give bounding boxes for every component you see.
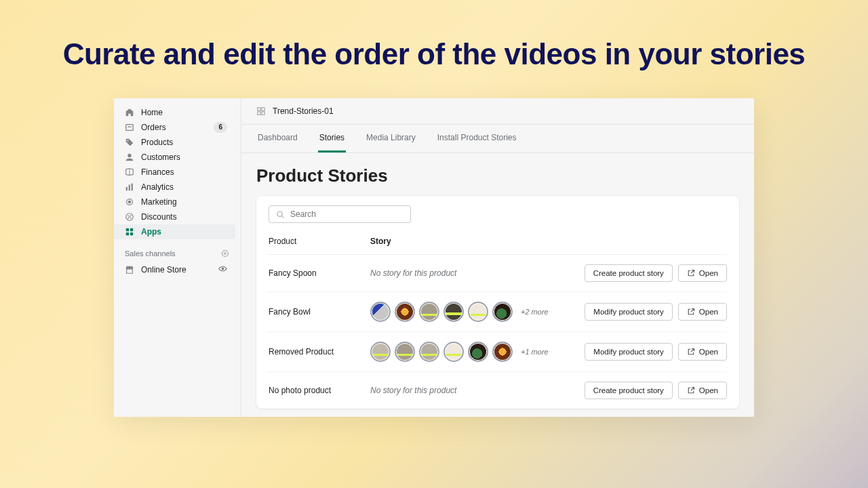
sidebar-item-label: Analytics	[141, 182, 227, 192]
search-input[interactable]	[290, 209, 403, 219]
sidebar-item-label: Discounts	[141, 212, 227, 222]
product-table: Product Story Fancy SpoonNo story for th…	[269, 230, 727, 409]
story-thumbnail[interactable]	[395, 342, 415, 362]
svg-rect-0	[126, 124, 134, 130]
sidebar-item-marketing[interactable]: Marketing	[114, 195, 235, 209]
app-window: Home Orders 6 Products Customers Finance…	[114, 98, 754, 417]
eye-icon[interactable]	[218, 264, 227, 275]
sidebar-item-home[interactable]: Home	[114, 105, 235, 120]
svg-point-16	[222, 268, 223, 269]
story-cell: No story for this product	[370, 386, 585, 395]
svg-rect-13	[126, 232, 129, 235]
tab-dashboard[interactable]: Dashboard	[256, 125, 299, 152]
stories-card: Product Story Fancy SpoonNo story for th…	[256, 196, 739, 409]
store-icon	[125, 265, 134, 274]
svg-point-21	[277, 211, 282, 216]
sidebar-item-label: Finances	[141, 167, 227, 177]
row-actions: Create product storyOpen	[585, 264, 727, 282]
svg-rect-14	[130, 232, 133, 235]
finances-icon	[125, 167, 134, 177]
svg-point-2	[127, 154, 131, 157]
marketing-icon	[125, 197, 134, 207]
sidebar-item-label: Apps	[141, 227, 227, 237]
table-row: Fancy SpoonNo story for this productCrea…	[269, 254, 727, 291]
svg-rect-5	[132, 184, 133, 191]
story-thumbnail[interactable]	[395, 302, 415, 322]
sidebar-item-label: Customers	[141, 152, 227, 162]
product-name: Removed Product	[269, 347, 370, 357]
sidebar-item-apps[interactable]: Apps	[114, 224, 235, 239]
table-row: No photo productNo story for this produc…	[269, 371, 727, 409]
sales-channels-label: Sales channels	[125, 249, 176, 258]
open-button[interactable]: Open	[678, 303, 727, 321]
modify-product-story-button[interactable]: Modify product story	[585, 343, 673, 361]
tab-bar: Dashboard Stories Media Library Install …	[241, 125, 754, 153]
sidebar: Home Orders 6 Products Customers Finance…	[114, 98, 241, 417]
svg-point-9	[127, 215, 129, 216]
sidebar-item-label: Home	[141, 108, 227, 117]
tab-stories[interactable]: Stories	[318, 125, 346, 152]
promo-headline: Curate and edit the order of the videos …	[63, 37, 806, 73]
story-thumbnail[interactable]	[370, 302, 391, 322]
svg-rect-4	[129, 184, 130, 190]
story-thumbnail[interactable]	[492, 302, 513, 322]
modify-product-story-button[interactable]: Modify product story	[585, 303, 673, 321]
empty-story-text: No story for this product	[370, 386, 456, 395]
row-actions: Modify product storyOpen	[585, 303, 727, 321]
open-button[interactable]: Open	[678, 343, 727, 361]
sidebar-item-products[interactable]: Products	[114, 135, 235, 150]
discounts-icon	[125, 212, 134, 222]
story-thumbnail[interactable]	[443, 302, 464, 322]
analytics-icon	[125, 182, 134, 192]
search-field[interactable]	[269, 205, 411, 223]
svg-rect-12	[130, 228, 133, 231]
empty-story-text: No story for this product	[370, 268, 456, 278]
open-button[interactable]: Open	[678, 382, 727, 399]
breadcrumb: Trend-Stories-01	[241, 98, 754, 125]
breadcrumb-label: Trend-Stories-01	[273, 106, 334, 116]
story-thumbnail[interactable]	[492, 342, 513, 362]
svg-rect-18	[262, 108, 264, 110]
story-thumbnail[interactable]	[443, 342, 464, 362]
sidebar-item-finances[interactable]: Finances	[114, 165, 235, 180]
search-icon	[276, 209, 285, 218]
add-channel-icon[interactable]	[220, 249, 230, 258]
story-thumbnail[interactable]	[419, 302, 439, 322]
table-header: Product Story	[269, 230, 727, 254]
create-product-story-button[interactable]: Create product story	[585, 264, 673, 282]
sidebar-item-label: Marketing	[141, 197, 227, 207]
product-name: Fancy Spoon	[269, 268, 370, 278]
story-cell: +1 more	[370, 342, 585, 362]
more-count: +2 more	[521, 308, 549, 316]
svg-point-1	[127, 140, 129, 141]
open-button[interactable]: Open	[678, 264, 727, 282]
sidebar-item-orders[interactable]: Orders 6	[114, 120, 235, 135]
story-thumbnail[interactable]	[468, 302, 488, 322]
tab-media-library[interactable]: Media Library	[365, 125, 417, 152]
sidebar-item-discounts[interactable]: Discounts	[114, 209, 235, 224]
table-row: Removed Product+1 moreModify product sto…	[269, 331, 727, 371]
svg-rect-11	[126, 228, 129, 231]
sidebar-item-customers[interactable]: Customers	[114, 150, 235, 165]
story-cell: +2 more	[370, 302, 585, 322]
svg-rect-3	[126, 187, 127, 190]
sidebar-item-label: Orders	[141, 123, 207, 132]
sales-channels-heading: Sales channels	[114, 239, 241, 262]
tab-install-product-stories[interactable]: Install Product Stories	[436, 125, 518, 152]
story-thumbnail[interactable]	[419, 342, 439, 362]
home-icon	[125, 108, 134, 117]
create-product-story-button[interactable]: Create product story	[585, 382, 673, 399]
app-icon	[256, 106, 266, 116]
row-actions: Modify product storyOpen	[585, 343, 727, 361]
svg-rect-17	[258, 108, 260, 110]
content: Product Stories Product Story Fancy Spoo…	[241, 153, 754, 417]
story-thumbnail[interactable]	[468, 342, 488, 362]
story-cell: No story for this product	[370, 268, 585, 278]
col-header-story: Story	[370, 237, 727, 246]
page-title: Product Stories	[256, 165, 739, 186]
story-thumbnail[interactable]	[370, 342, 391, 362]
apps-icon	[125, 227, 134, 237]
sidebar-item-online-store[interactable]: Online Store	[114, 262, 235, 277]
sidebar-item-analytics[interactable]: Analytics	[114, 180, 235, 195]
svg-rect-19	[258, 112, 260, 115]
